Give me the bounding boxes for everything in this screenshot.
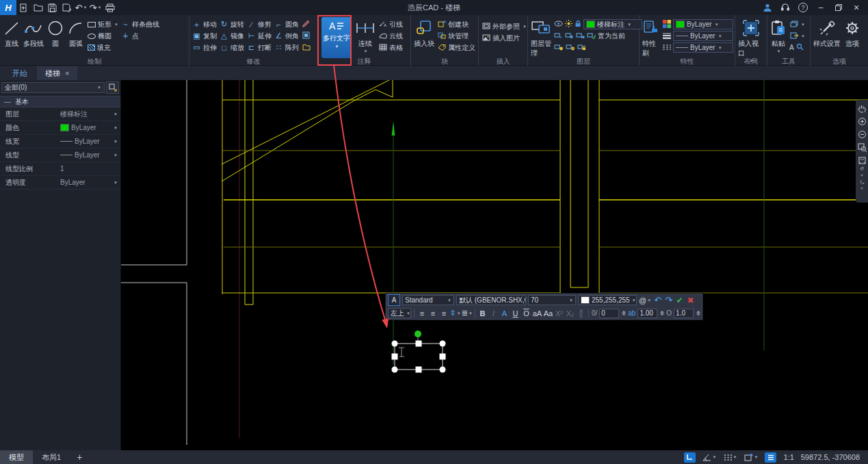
chamfer-button[interactable]: ∠倒角 [273, 30, 300, 42]
linetype-dropdown[interactable]: ByLayer▼ [673, 42, 733, 53]
window-tool-button[interactable]: ▼ [788, 18, 806, 30]
pan-icon[interactable] [856, 102, 867, 114]
point-button[interactable]: ∔点 [120, 30, 161, 42]
layer-off-icon[interactable] [554, 32, 563, 40]
edit-extra-button[interactable] [300, 18, 312, 30]
text-frame-icon[interactable]: A [388, 294, 400, 306]
tracking-input[interactable]: 1.00 [637, 309, 657, 318]
match-properties-button[interactable]: 特性刷 [641, 16, 661, 58]
underline-button[interactable]: U [511, 308, 520, 318]
create-block-button[interactable]: 创建块 [436, 18, 477, 30]
cancel-x-icon[interactable]: ✖ [686, 295, 695, 305]
align-right-icon[interactable]: ≡ [439, 308, 448, 318]
text-color-dropdown[interactable]: 255,255,255▼ [578, 295, 637, 305]
uppercase-button[interactable]: Aa [544, 308, 553, 318]
stack-fraction-button[interactable]: ab [577, 308, 586, 318]
set-current-label[interactable]: 置为当前 [598, 31, 625, 41]
ucs-icon[interactable]: ▼ [856, 180, 867, 192]
leader-button[interactable]: A引线 [377, 18, 404, 30]
prop-transparency-dropdown[interactable]: ByLayer▼ [60, 179, 120, 186]
overline-button[interactable]: O [522, 308, 531, 318]
set-current-icon[interactable] [587, 32, 596, 40]
status-menu-icon[interactable] [765, 452, 776, 463]
align-center-icon[interactable]: ≡ [428, 308, 437, 318]
bold-button[interactable]: B [478, 308, 487, 318]
tab-current-drawing[interactable]: 楼梯× [37, 66, 77, 80]
oblique-input[interactable]: 0 [599, 309, 619, 318]
prop-lineweight-dropdown[interactable]: ByLayer▼ [60, 138, 120, 145]
new-file-icon[interactable] [16, 1, 31, 14]
text-redo-icon[interactable]: ↷ [664, 295, 673, 305]
spline-button[interactable]: ~样条曲线 [120, 18, 161, 30]
ellipse-button[interactable]: 椭圆 [86, 30, 120, 42]
lowercase-button[interactable]: aA [533, 308, 542, 318]
print-icon[interactable] [103, 1, 117, 14]
text-font-dropdown[interactable]: 默认 (GBENOR.SHX,GE▼ [456, 295, 526, 305]
ortho-toggle-icon[interactable] [684, 452, 696, 463]
stretch-button[interactable]: ▭拉伸 [191, 42, 218, 53]
text-style-dropdown[interactable]: Standard▼ [402, 295, 454, 305]
copy-button[interactable]: ▣复制 [191, 30, 218, 42]
group-extra-button[interactable] [300, 42, 312, 53]
tab-close-icon[interactable]: × [65, 69, 69, 77]
snap-grid-icon[interactable]: ▼ [724, 454, 737, 461]
insert-block-button[interactable]: 插入块 [412, 16, 436, 49]
model-tab[interactable]: 模型 [0, 450, 33, 464]
layer-lock-tool-icon[interactable] [576, 32, 585, 40]
options-button[interactable]: 选项 [842, 16, 863, 49]
table-button[interactable]: 表格 [377, 42, 404, 53]
panel-section-basic[interactable]: — 基本 [0, 96, 120, 107]
move-button[interactable]: +移动 [191, 18, 218, 30]
zoom-window-icon[interactable] [856, 141, 867, 153]
open-file-icon[interactable] [31, 1, 45, 14]
italic-button[interactable]: I [489, 308, 498, 318]
prop-color-dropdown[interactable]: ByLayer▼ [60, 124, 120, 131]
quick-select-button[interactable] [106, 81, 119, 94]
rectangle-button[interactable]: 矩形▼ [86, 18, 120, 30]
continue-dim-button[interactable]: 连续 ▼ [354, 16, 377, 53]
break-button[interactable]: ⊏打断 [246, 42, 273, 53]
text-undo-icon[interactable]: ↶ [653, 295, 662, 305]
prop-linetype-dropdown[interactable]: ByLayer▼ [60, 151, 120, 159]
trim-button[interactable]: ∕修剪 [246, 18, 273, 30]
add-layout-button[interactable]: + [70, 452, 89, 463]
layer-lockfade-icon[interactable] [566, 44, 575, 52]
account-icon[interactable] [760, 1, 775, 14]
font-a-button[interactable]: A [500, 308, 509, 318]
justify-dropdown[interactable]: 左上▼ [388, 308, 411, 318]
restore-button[interactable] [831, 1, 846, 14]
layer-lock-icon[interactable] [575, 20, 581, 29]
polyline-button[interactable]: 多段线 [22, 16, 45, 49]
width-factor-input[interactable]: 1.0 [674, 309, 694, 318]
line-spacing-icon[interactable]: ⇕▼ [450, 308, 460, 318]
layer-manager-button[interactable]: 图层管理 [529, 16, 553, 58]
fillet-button[interactable]: ⌐圆角 [273, 18, 300, 30]
list-icon[interactable]: ≣▼ [462, 308, 472, 318]
line-button[interactable]: 直线 [1, 16, 22, 49]
insert-viewport-button[interactable]: 插入视口 ▼ [737, 16, 765, 63]
attribute-def-button[interactable]: 属性定义 [436, 42, 477, 53]
block-manager-button[interactable]: 块管理 [436, 30, 477, 42]
scale-button[interactable]: □缩放 [218, 42, 246, 53]
selection-filter-dropdown[interactable]: 全部(0)▼ [1, 82, 105, 93]
rotate-button[interactable]: ↻旋转 [218, 18, 246, 30]
ok-check-icon[interactable]: ✔ [675, 295, 684, 305]
zoom-extents-icon[interactable] [856, 154, 867, 166]
drawing-canvas[interactable] [121, 80, 868, 450]
save-as-icon[interactable] [60, 1, 74, 14]
find-button[interactable]: A [788, 42, 806, 53]
minimize-button[interactable]: – [813, 1, 828, 14]
save-icon[interactable] [45, 1, 60, 14]
paste-button[interactable]: 粘贴 ▼ [769, 16, 788, 53]
layer-freeze-icon[interactable] [565, 20, 573, 29]
oblique-spinner[interactable] [622, 311, 626, 315]
prop-ltscale-value[interactable]: 1 [60, 165, 120, 172]
layer-unlock-icon[interactable] [554, 44, 564, 52]
close-button[interactable]: × [849, 1, 864, 14]
annotation-scale[interactable]: 1:1 [783, 453, 793, 461]
prop-layer-dropdown[interactable]: 楼梯标注▼ [60, 109, 120, 119]
lineweight-dropdown[interactable]: ByLayer▼ [673, 31, 733, 41]
support-icon[interactable] [778, 1, 793, 14]
style-settings-button[interactable]: 样式设置 [812, 16, 842, 49]
region-extra-button[interactable] [300, 30, 312, 42]
